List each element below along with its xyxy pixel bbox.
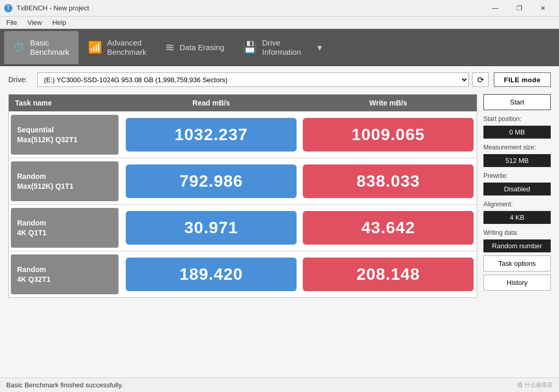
prewrite-label: Prewrite:: [483, 172, 551, 179]
start-button[interactable]: Start: [483, 94, 551, 110]
main-content: Drive: (E:) YC3000-SSD-1024G 953.08 GB (…: [0, 66, 559, 378]
history-button[interactable]: History: [483, 275, 551, 291]
table-row: Random4K Q32T1 189.420 208.148: [9, 251, 477, 297]
maximize-button[interactable]: ❐: [507, 1, 531, 16]
window-controls: — ❐ ✕: [483, 1, 555, 16]
status-message: Basic Benchmark finished successfully.: [6, 381, 123, 389]
tab-drive-label: DriveInformation: [262, 38, 301, 57]
tab-dropdown-button[interactable]: ▾: [311, 31, 329, 64]
file-mode-button[interactable]: FILE mode: [494, 72, 551, 87]
tab-erasing-label: Data Erasing: [180, 43, 225, 52]
row-write-0: 1009.065: [303, 118, 474, 152]
col-header-read: Read mB/s: [123, 95, 300, 111]
row-write-3: 208.148: [303, 258, 474, 291]
menu-bar: File View Help: [0, 17, 559, 29]
erase-icon: ≋: [165, 41, 174, 54]
measurement-size-value: 512 MB: [483, 154, 551, 167]
close-button[interactable]: ✕: [531, 1, 555, 16]
tab-basic-label: BasicBenchmark: [30, 38, 69, 57]
start-position-value: 0 MB: [483, 126, 551, 139]
writing-data-label: Writing data:: [483, 229, 551, 236]
drive-label: Drive:: [8, 76, 32, 84]
menu-view[interactable]: View: [23, 18, 46, 27]
tab-advanced-benchmark[interactable]: 📶 AdvancedBenchmark: [79, 31, 156, 64]
alignment-value: 4 KB: [483, 211, 551, 224]
tab-bar: ⏱ BasicBenchmark 📶 AdvancedBenchmark ≋ D…: [0, 29, 559, 66]
table-row: Random4K Q1T1 30.971 43.642: [9, 204, 477, 251]
table-row: RandomMax(512K) Q1T1 792.986 838.033: [9, 158, 477, 204]
title-bar: T TxBENCH - New project — ❐ ✕: [0, 0, 559, 17]
row-write-1: 838.033: [303, 164, 474, 198]
prewrite-value: Disabled: [483, 183, 551, 195]
row-read-3: 189.420: [126, 258, 297, 291]
drive-refresh-button[interactable]: ⟳: [472, 72, 489, 87]
alignment-label: Alignment:: [483, 201, 551, 208]
col-header-write: Write mB/s: [300, 95, 477, 111]
bar-chart-icon: 📶: [88, 41, 102, 54]
drive-icon: 💾: [243, 41, 257, 54]
right-panel: Start Start position: 0 MB Measurement s…: [483, 94, 551, 298]
drive-select[interactable]: (E:) YC3000-SSD-1024G 953.08 GB (1,998,7…: [37, 72, 469, 87]
row-label-1: RandomMax(512K) Q1T1: [11, 161, 119, 201]
row-read-0: 1032.237: [126, 118, 297, 152]
minimize-button[interactable]: —: [483, 1, 507, 16]
tab-basic-benchmark[interactable]: ⏱ BasicBenchmark: [4, 31, 79, 64]
benchmark-table: Task name Read mB/s Write mB/s Sequentia…: [8, 94, 477, 298]
drive-selector-row: Drive: (E:) YC3000-SSD-1024G 953.08 GB (…: [8, 72, 551, 87]
task-options-button[interactable]: Task options: [483, 255, 551, 272]
row-label-3: Random4K Q32T1: [11, 254, 119, 294]
measurement-size-label: Measurement size:: [483, 144, 551, 151]
status-bar: Basic Benchmark finished successfully. 值…: [0, 378, 559, 392]
drive-select-wrap: (E:) YC3000-SSD-1024G 953.08 GB (1,998,7…: [37, 72, 489, 87]
title-bar-left: T TxBENCH - New project: [4, 4, 89, 12]
menu-file[interactable]: File: [2, 18, 21, 27]
col-header-task: Task name: [9, 95, 123, 111]
timer-icon: ⏱: [13, 41, 25, 54]
menu-help[interactable]: Help: [48, 18, 70, 27]
watermark: 值 什么值得买: [517, 381, 553, 389]
row-write-2: 43.642: [303, 211, 474, 245]
table-row: SequentialMax(512K) Q32T1 1032.237 1009.…: [9, 111, 477, 158]
tab-advanced-label: AdvancedBenchmark: [107, 38, 146, 57]
benchmark-area: Task name Read mB/s Write mB/s Sequentia…: [8, 94, 551, 298]
tab-data-erasing[interactable]: ≋ Data Erasing: [156, 31, 234, 64]
window-title: TxBENCH - New project: [17, 4, 89, 12]
start-position-label: Start position:: [483, 115, 551, 123]
row-read-2: 30.971: [126, 211, 297, 245]
tab-drive-information[interactable]: 💾 DriveInformation: [233, 31, 310, 64]
row-label-0: SequentialMax(512K) Q32T1: [11, 115, 119, 155]
app-icon: T: [4, 4, 12, 12]
table-header: Task name Read mB/s Write mB/s: [9, 95, 477, 111]
row-label-2: Random4K Q1T1: [11, 208, 119, 248]
row-read-1: 792.986: [126, 164, 297, 198]
writing-data-value: Random number: [483, 239, 551, 252]
